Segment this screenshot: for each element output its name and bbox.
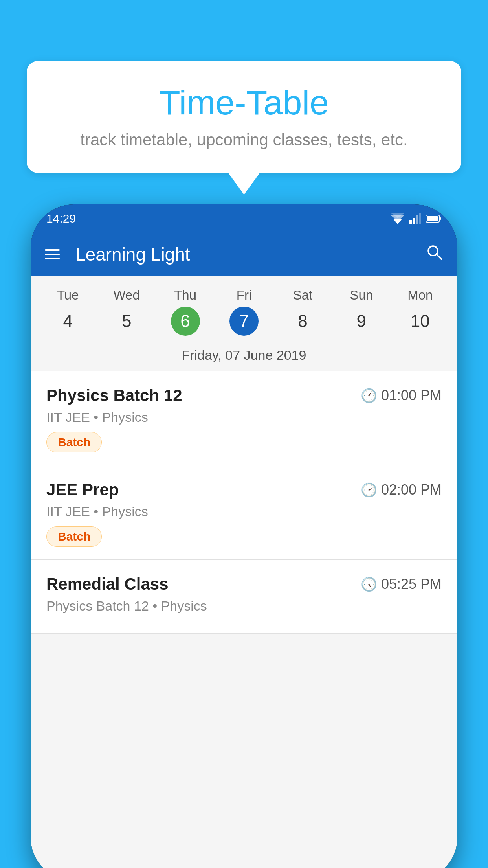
schedule-item-1-header: Physics Batch 12 🕐 01:00 PM xyxy=(46,386,442,405)
schedule-item-2-header: JEE Prep 🕑 02:00 PM xyxy=(46,480,442,499)
schedule-item-2[interactable]: JEE Prep 🕑 02:00 PM IIT JEE • Physics Ba… xyxy=(31,465,457,560)
day-name-sun: Sun xyxy=(332,284,391,307)
status-time: 14:29 xyxy=(46,212,76,225)
day-4[interactable]: 4 xyxy=(39,307,97,335)
svg-rect-5 xyxy=(416,215,418,224)
day-10[interactable]: 10 xyxy=(391,307,449,335)
schedule-item-3-meta: Physics Batch 12 • Physics xyxy=(46,598,442,614)
schedule-list: Physics Batch 12 🕐 01:00 PM IIT JEE • Ph… xyxy=(31,371,457,634)
day-name-tue: Tue xyxy=(39,284,97,307)
day-6-today[interactable]: 6 xyxy=(171,307,200,336)
speech-bubble-subtitle: track timetable, upcoming classes, tests… xyxy=(58,131,430,149)
schedule-item-2-badge: Batch xyxy=(46,526,102,547)
schedule-item-3-title: Remedial Class xyxy=(46,575,169,594)
day-names-row: Tue Wed Thu Fri Sat Sun Mon xyxy=(31,284,457,307)
schedule-item-1-badge: Batch xyxy=(46,432,102,452)
status-bar: 14:29 xyxy=(31,204,457,233)
speech-bubble-title: Time-Table xyxy=(58,83,430,123)
day-name-thu: Thu xyxy=(156,284,215,307)
speech-bubble-arrow xyxy=(228,173,260,195)
schedule-item-1-title: Physics Batch 12 xyxy=(46,386,182,405)
calendar-strip: Tue Wed Thu Fri Sat Sun Mon 4 5 6 7 8 9 … xyxy=(31,276,457,371)
schedule-item-2-title: JEE Prep xyxy=(46,480,119,499)
day-name-wed: Wed xyxy=(97,284,156,307)
day-nums-row: 4 5 6 7 8 9 10 xyxy=(31,307,457,344)
svg-rect-4 xyxy=(413,218,415,224)
hamburger-menu-icon[interactable] xyxy=(45,249,60,259)
schedule-item-2-time-label: 02:00 PM xyxy=(381,482,442,498)
wifi-icon xyxy=(391,213,405,224)
schedule-item-1-time-label: 01:00 PM xyxy=(381,387,442,404)
clock-icon-2: 🕑 xyxy=(361,482,377,498)
svg-rect-8 xyxy=(439,217,441,220)
svg-rect-9 xyxy=(427,216,438,221)
schedule-item-1-time: 🕐 01:00 PM xyxy=(361,387,442,404)
speech-bubble: Time-Table track timetable, upcoming cla… xyxy=(27,61,461,173)
clock-icon-3: 🕔 xyxy=(361,576,377,592)
app-bar: Learning Light xyxy=(31,233,457,276)
schedule-item-2-meta: IIT JEE • Physics xyxy=(46,504,442,519)
battery-icon xyxy=(426,214,442,223)
phone-frame: 14:29 xyxy=(31,204,457,868)
day-name-fri: Fri xyxy=(215,284,273,307)
svg-rect-6 xyxy=(419,213,421,224)
schedule-item-3[interactable]: Remedial Class 🕔 05:25 PM Physics Batch … xyxy=(31,560,457,634)
day-name-sat: Sat xyxy=(273,284,332,307)
day-7-selected[interactable]: 7 xyxy=(229,307,259,336)
speech-bubble-container: Time-Table track timetable, upcoming cla… xyxy=(27,61,461,195)
day-9[interactable]: 9 xyxy=(332,307,391,335)
schedule-item-1-meta: IIT JEE • Physics xyxy=(46,410,442,425)
svg-line-11 xyxy=(437,254,442,259)
svg-rect-3 xyxy=(409,220,412,224)
app-title: Learning Light xyxy=(75,244,414,265)
schedule-item-3-header: Remedial Class 🕔 05:25 PM xyxy=(46,575,442,594)
schedule-item-1[interactable]: Physics Batch 12 🕐 01:00 PM IIT JEE • Ph… xyxy=(31,371,457,465)
day-8[interactable]: 8 xyxy=(273,307,332,335)
phone-screen: Tue Wed Thu Fri Sat Sun Mon 4 5 6 7 8 9 … xyxy=(31,276,457,868)
selected-date-label: Friday, 07 June 2019 xyxy=(31,344,457,371)
signal-icon xyxy=(409,213,421,224)
clock-icon-1: 🕐 xyxy=(361,388,377,403)
search-button[interactable] xyxy=(426,243,443,266)
schedule-item-3-time: 🕔 05:25 PM xyxy=(361,576,442,592)
schedule-item-3-time-label: 05:25 PM xyxy=(381,576,442,592)
day-name-mon: Mon xyxy=(391,284,449,307)
day-5[interactable]: 5 xyxy=(97,307,156,335)
schedule-item-2-time: 🕑 02:00 PM xyxy=(361,482,442,498)
status-icons xyxy=(391,213,442,224)
